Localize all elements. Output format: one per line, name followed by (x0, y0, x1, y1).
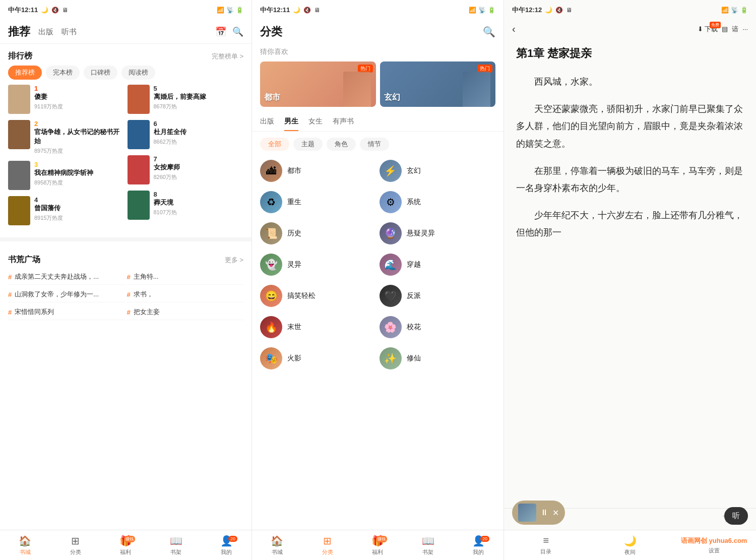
shuhang-item-4[interactable]: # 求书， (127, 287, 244, 302)
header-icons: 📅 🔍 (215, 26, 243, 37)
cat-tab-chuban[interactable]: 出版 (260, 113, 274, 131)
listen-button[interactable]: 听 (724, 507, 748, 525)
battery-icon: 🔋 (236, 7, 243, 14)
shuhang-item-5[interactable]: # 把女主妾 (127, 304, 244, 320)
genre-gaoxiao[interactable]: 😄 搞笑轻松 (260, 282, 376, 310)
rank-info-7: 7 女按摩师 8260万热 (154, 155, 244, 181)
rank-item-5[interactable]: 5 离婚后，前妻高嫁 8678万热 (128, 85, 244, 114)
genre-dushi[interactable]: 🏙 都市 (260, 157, 376, 185)
rank-heat-4: 8915万热度 (34, 214, 124, 222)
more-button[interactable]: ··· (742, 25, 748, 33)
genre-jiaohua[interactable]: 🌸 校花 (380, 313, 496, 341)
tab-recommend[interactable]: 推荐榜 (8, 66, 42, 80)
p2-nav-fuli[interactable]: 🎁 赚钱 福利 (353, 535, 403, 556)
banner-dushi[interactable]: 热门 都市 (260, 61, 376, 107)
mute-icon: 🔇 (51, 7, 59, 14)
rank-item-4[interactable]: 4 曾国藩传 8915万热度 (8, 196, 124, 225)
tab-chuban[interactable]: 出版 (38, 27, 53, 37)
p1-nav-shujia[interactable]: 📖 书架 (151, 535, 201, 556)
genre-xiuxian[interactable]: ✨ 修仙 (380, 344, 496, 372)
book-cover-7 (128, 155, 150, 184)
shuhang-item-1[interactable]: # 山洞救了女帝，少年修为一... (8, 287, 125, 302)
tab-reading[interactable]: 阅读榜 (121, 66, 155, 80)
p2-nav-shujia[interactable]: 📖 书架 (403, 535, 453, 556)
status-right-3: 📶 📡 🔋 (721, 7, 748, 14)
genre-huoying[interactable]: 🎭 火影 (260, 344, 376, 372)
rank-heat-1: 9119万热度 (34, 103, 124, 110)
shuhang-list: # 成亲第二天丈夫奔赴战场，... # 主角特... # 山洞救了女帝，少年修为… (0, 269, 251, 320)
book-cover-5 (128, 85, 150, 114)
rank-info-5: 5 离婚后，前妻高嫁 8678万热 (154, 85, 244, 110)
p3-nav-menu[interactable]: ≡ 目录 (504, 535, 588, 555)
genre-icon-moshi: 🔥 (260, 316, 282, 338)
cat-tab-nvsheng[interactable]: 女生 (308, 113, 323, 131)
genre-xuanhuan[interactable]: ⚡ 玄幻 (380, 157, 496, 185)
p1-nav-shucheng[interactable]: 🏠 书城 (0, 535, 50, 556)
shuhang-tag-5: # (127, 308, 131, 316)
p2-nav-shucheng[interactable]: 🏠 书城 (252, 535, 302, 556)
font-button[interactable]: 谙 (732, 25, 738, 34)
filter-theme[interactable]: 主题 (293, 138, 323, 151)
p1-nav-label-0: 书城 (20, 548, 31, 556)
p1-nav-wode[interactable]: 👤 20 我的 (201, 535, 251, 556)
tab-reputation[interactable]: 口碑榜 (84, 66, 117, 80)
back-button[interactable]: ‹ (512, 23, 516, 35)
shuhang-item-2[interactable]: # 宋惜惜同系列 (8, 304, 125, 320)
pause-button[interactable]: ⏸ (540, 508, 548, 517)
rank-item-6[interactable]: 6 杜月笙全传 8662万热 (128, 120, 244, 149)
screen-icon-2: 🖥 (314, 7, 320, 14)
genre-lishi[interactable]: 📜 历史 (260, 219, 376, 247)
genre-chongsheng[interactable]: ♻ 重生 (260, 188, 376, 216)
genre-banners: 热门 都市 热门 玄幻 (260, 61, 495, 107)
genre-xuanyi[interactable]: 🔮 悬疑灵异 (380, 219, 496, 247)
genre-xitong[interactable]: ⚙ 系统 (380, 188, 496, 216)
rank-item-2[interactable]: 2 官场争雄，从女书记的秘书开始 8975万热度 (8, 120, 124, 155)
p2-search-icon[interactable]: 🔍 (483, 26, 495, 38)
genre-chuanyue[interactable]: 🌊 穿越 (380, 251, 496, 279)
rank-item-8[interactable]: 8 葬天境 8107万热 (128, 191, 244, 220)
download-button[interactable]: ⬇ 下载 免费 (698, 25, 718, 34)
rank-num-6: 6 (154, 120, 244, 128)
p2-nav-wode[interactable]: 👤 20 我的 (453, 535, 503, 556)
shuhang-item-0[interactable]: # 成亲第二天丈夫奔赴战场，... (8, 269, 125, 285)
p2-nav-fenlei[interactable]: ⊞ 分类 (302, 535, 353, 556)
search-icon[interactable]: 🔍 (232, 26, 243, 37)
shuhang-more[interactable]: 更多 > (225, 256, 243, 265)
genre-lingyi[interactable]: 👻 灵异 (260, 251, 376, 279)
genre-fupai[interactable]: 🖤 反派 (380, 282, 496, 310)
more-icon: ··· (742, 25, 748, 33)
tab-complete[interactable]: 完本榜 (46, 66, 80, 80)
genre-name-moshi: 末世 (287, 323, 301, 332)
rank-item-3[interactable]: 3 我在精神病院学斩神 8958万热度 (8, 161, 124, 190)
layout-button[interactable]: ▤ (722, 25, 728, 33)
shuhang-item-3[interactable]: # 主角特... (127, 269, 244, 285)
layout-icon: ▤ (722, 25, 728, 33)
p1-title: 推荐 (8, 24, 30, 39)
filter-all[interactable]: 全部 (260, 138, 289, 151)
p1-nav-fenlei[interactable]: ⊞ 分类 (50, 535, 101, 556)
filter-plot[interactable]: 情节 (360, 138, 389, 151)
para-0: 西风城，水家。 (516, 73, 744, 90)
p3-nav-settings[interactable]: 语画网创 yuhua6.com 设置 (672, 536, 756, 554)
filter-role[interactable]: 角色 (327, 138, 356, 151)
p3-nav-night[interactable]: 🌙 夜间 (588, 535, 672, 556)
p1-nav-fuli[interactable]: 🎁 赚钱 福利 (101, 535, 151, 556)
genre-icon-chuanyue: 🌊 (380, 254, 402, 276)
cat-tab-nansheng[interactable]: 男生 (284, 113, 298, 131)
rank-item-1[interactable]: 1 傻妻 9119万热度 (8, 85, 124, 114)
moon-icon: 🌙 (41, 7, 48, 14)
genre-icon-xitong: ⚙ (380, 191, 402, 213)
genre-moshi[interactable]: 🔥 末世 (260, 313, 376, 341)
tab-tingshu[interactable]: 听书 (61, 27, 77, 37)
close-audio-button[interactable]: ✕ (552, 508, 559, 518)
genre-name-xuanyi: 悬疑灵异 (407, 229, 435, 238)
ranking-more[interactable]: 完整榜单 > (212, 52, 243, 61)
banner-xuanhuan[interactable]: 热门 玄幻 (380, 61, 496, 107)
book-cover-3 (8, 161, 30, 190)
rank-item-7[interactable]: 7 女按摩师 8260万热 (128, 155, 244, 184)
shuhang-title: 书荒广场 (8, 255, 40, 265)
cat-tab-youshu[interactable]: 有声书 (333, 113, 354, 131)
calendar-icon[interactable]: 📅 (215, 26, 226, 37)
audio-player[interactable]: ⏸ ✕ (512, 501, 565, 525)
shuhang-text-1: 山洞救了女帝，少年修为一... (15, 290, 99, 299)
